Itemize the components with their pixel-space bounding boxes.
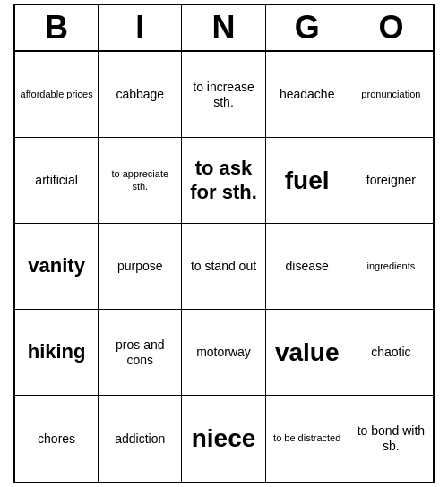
bingo-cell[interactable]: affordable prices <box>15 52 99 138</box>
bingo-cell[interactable]: value <box>266 310 349 396</box>
cell-text: fuel <box>285 166 330 196</box>
header-letter: I <box>99 5 182 50</box>
header-letter: B <box>15 5 99 50</box>
bingo-cell[interactable]: foreigner <box>349 138 433 224</box>
bingo-cell[interactable]: to appreciate sth. <box>99 138 182 224</box>
cell-text: addiction <box>115 431 165 447</box>
bingo-cell[interactable]: headache <box>266 52 349 138</box>
cell-text: pronunciation <box>361 89 420 100</box>
bingo-cell[interactable]: to increase sth. <box>182 52 265 138</box>
bingo-cell[interactable]: to ask for sth. <box>182 138 265 224</box>
cell-text: purpose <box>117 259 163 274</box>
bingo-cell[interactable]: hiking <box>15 310 99 396</box>
bingo-cell[interactable]: fuel <box>266 138 349 224</box>
bingo-cell[interactable]: vanity <box>15 224 99 310</box>
cell-text: hiking <box>28 340 86 363</box>
bingo-cell[interactable]: cabbage <box>99 52 182 138</box>
cell-text: ingredients <box>366 261 415 272</box>
bingo-cell[interactable]: pronunciation <box>349 52 433 138</box>
bingo-cell[interactable]: pros and cons <box>99 310 182 396</box>
bingo-cell[interactable]: disease <box>266 224 349 310</box>
bingo-cell[interactable]: addiction <box>99 396 182 482</box>
header-letter: N <box>182 5 265 50</box>
bingo-cell[interactable]: motorway <box>182 310 265 396</box>
cell-text: disease <box>286 259 329 274</box>
bingo-cell[interactable]: purpose <box>99 224 182 310</box>
cell-text: cabbage <box>116 87 164 102</box>
cell-text: affordable prices <box>21 89 93 100</box>
header-letter: O <box>349 5 433 50</box>
bingo-cell[interactable]: chaotic <box>349 310 433 396</box>
cell-text: value <box>275 337 340 368</box>
bingo-grid: affordable pricescabbageto increase sth.… <box>15 52 433 482</box>
bingo-cell[interactable]: niece <box>182 396 265 482</box>
cell-text: artificial <box>35 173 77 188</box>
cell-text: headache <box>280 87 335 102</box>
cell-text: to increase sth. <box>185 80 261 110</box>
bingo-card: BINGO affordable pricescabbageto increas… <box>13 4 435 483</box>
cell-text: to be distracted <box>273 432 340 444</box>
bingo-cell[interactable]: to be distracted <box>266 396 349 482</box>
cell-text: chaotic <box>371 345 410 360</box>
cell-text: to appreciate sth. <box>102 168 177 192</box>
bingo-header: BINGO <box>15 5 433 52</box>
cell-text: motorway <box>196 345 251 360</box>
bingo-cell[interactable]: ingredients <box>349 224 433 310</box>
cell-text: vanity <box>28 254 85 278</box>
bingo-cell[interactable]: to stand out <box>182 224 265 310</box>
cell-text: pros and cons <box>102 337 177 368</box>
cell-text: chores <box>38 431 75 447</box>
cell-text: to bond with sb. <box>353 423 429 454</box>
bingo-cell[interactable]: to bond with sb. <box>349 396 433 482</box>
cell-text: niece <box>192 423 256 454</box>
cell-text: foreigner <box>366 173 416 188</box>
bingo-cell[interactable]: chores <box>15 396 99 482</box>
bingo-cell[interactable]: artificial <box>15 138 99 224</box>
cell-text: to ask for sth. <box>185 157 261 204</box>
header-letter: G <box>266 5 349 50</box>
cell-text: to stand out <box>191 259 256 274</box>
